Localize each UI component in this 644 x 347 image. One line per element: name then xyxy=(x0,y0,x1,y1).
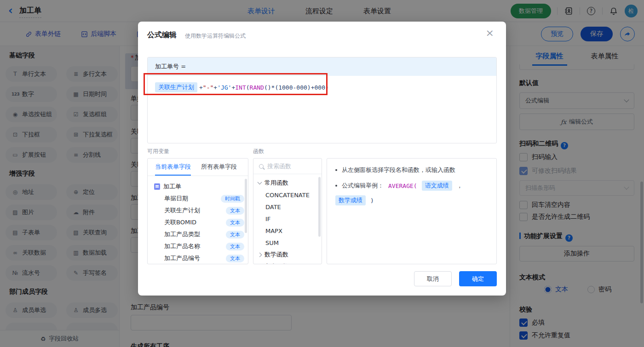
function-item[interactable]: CONCATENATE xyxy=(253,189,322,201)
panel-scrollbar[interactable] xyxy=(318,177,321,237)
caret-down-icon xyxy=(258,180,262,185)
function-search[interactable] xyxy=(253,159,322,174)
variable-item[interactable]: 加工产品编号文本 xyxy=(154,252,244,264)
form-node[interactable]: 加工单 xyxy=(154,181,244,193)
modal-subtitle: 使用数学运算符编辑公式 xyxy=(185,32,246,40)
variable-item[interactable]: 加工产品类型文本 xyxy=(154,228,244,240)
variables-panel: 当前表单字段 所有表单字段 加工单 单据日期时间戳 关联生产计划文本 关联BOM… xyxy=(147,158,248,264)
search-input[interactable] xyxy=(267,163,311,170)
function-group-math[interactable]: 数学函数 xyxy=(253,249,322,261)
search-icon xyxy=(259,164,264,169)
field-token[interactable]: 关联生产计划 xyxy=(155,82,197,92)
formula-editor[interactable]: 加工单号 = 关联生产计划 +"-"+'JG'+INT(RAND()*(1000… xyxy=(147,57,497,143)
caret-right-icon xyxy=(258,252,262,257)
tab-all-form-fields[interactable]: 所有表单字段 xyxy=(201,159,237,176)
variable-item[interactable]: 关联BOMID文本 xyxy=(154,216,244,228)
variable-item[interactable]: 关联生产计划文本 xyxy=(154,205,244,216)
modal-title: 公式编辑 xyxy=(147,30,177,40)
help-example: 公式编辑举例：AVERAGE( 语文成绩 ， 数学成绩 ) xyxy=(335,181,488,205)
formula-edit-modal: 公式编辑 使用数学运算符编辑公式 × 加工单号 = 关联生产计划 +"-"+'J… xyxy=(138,22,506,296)
function-item[interactable]: IF xyxy=(253,213,322,225)
functions-panel: 常用函数 CONCATENATE DATE IF MAPX SUM 数学函数 文… xyxy=(253,158,322,264)
function-item[interactable]: MAPX xyxy=(253,225,322,237)
type-badge: 文本 xyxy=(226,255,244,262)
variable-item[interactable]: 单据日期时间戳 xyxy=(154,193,244,205)
variables-label: 可用变量 xyxy=(147,148,169,155)
confirm-button[interactable]: 确定 xyxy=(459,271,497,286)
type-badge: 文本 xyxy=(226,219,244,227)
example-field-token: 语文成绩 xyxy=(422,181,452,191)
form-icon xyxy=(154,183,160,190)
formula-expression[interactable]: 关联生产计划 +"-"+'JG'+INT(RAND()*(1000-000)+0… xyxy=(148,76,496,99)
type-badge: 时间戳 xyxy=(221,195,244,203)
functions-label: 函数 xyxy=(253,148,264,155)
formula-target: 加工单号 = xyxy=(148,57,496,76)
function-group-text[interactable]: 文本函数 xyxy=(253,261,322,264)
type-badge: 文本 xyxy=(226,231,244,239)
tab-current-form-fields[interactable]: 当前表单字段 xyxy=(155,159,191,176)
app-window: ‹ 加工单 表单设计 流程设定 表单设置 数据管理 ? xyxy=(0,0,644,347)
close-icon[interactable]: × xyxy=(486,28,494,38)
help-tip: 从左侧面板选择字段名和函数，或输入函数 xyxy=(335,166,488,174)
type-badge: 文本 xyxy=(226,207,244,215)
function-group-common[interactable]: 常用函数 xyxy=(253,177,322,189)
function-item[interactable]: SUM xyxy=(253,237,322,249)
variable-item[interactable]: 加工产品名称文本 xyxy=(154,240,244,252)
panel-scrollbar[interactable] xyxy=(245,179,247,233)
type-badge: 文本 xyxy=(226,243,244,250)
example-field-token: 数学成绩 xyxy=(335,195,366,205)
help-panel: 从左侧面板选择字段名和函数，或输入函数 公式编辑举例：AVERAGE( 语文成绩… xyxy=(327,158,497,264)
function-item[interactable]: DATE xyxy=(253,201,322,213)
cancel-button[interactable]: 取消 xyxy=(414,271,452,286)
